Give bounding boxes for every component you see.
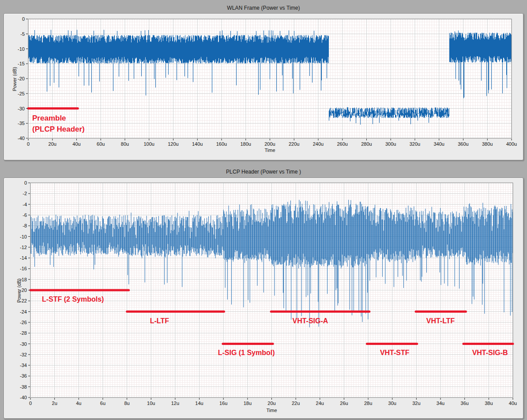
x-tick-label: 26u bbox=[340, 401, 348, 406]
y-tick-label: -16 bbox=[20, 266, 27, 271]
annotation-label: L-SIG (1 Symbol) bbox=[218, 349, 275, 356]
plcp-header-chart-panel: L-STF (2 Symbols)L-LTFL-SIG (1 Symbol)VH… bbox=[4, 178, 523, 419]
x-tick-label: 40u bbox=[72, 141, 80, 147]
y-axis-label: Power (dB) bbox=[12, 67, 17, 91]
x-tick-label: 32u bbox=[412, 401, 420, 406]
x-tick-label: 4u bbox=[76, 401, 81, 406]
x-tick-label: 30u bbox=[388, 401, 396, 406]
x-tick-label: 180u bbox=[241, 141, 251, 147]
x-tick-label: 16u bbox=[219, 401, 227, 406]
x-tick-label: 400u bbox=[506, 141, 517, 147]
x-tick-label: 160u bbox=[216, 141, 227, 147]
y-tick-label: -14 bbox=[20, 255, 27, 261]
y-tick-label: -40 bbox=[18, 136, 25, 141]
x-tick-label: 12u bbox=[171, 401, 179, 406]
y-tick-label: -35 bbox=[18, 121, 25, 126]
y-tick-label: 0 bbox=[22, 16, 25, 22]
plcp-header-plot: L-STF (2 Symbols)L-LTFL-SIG (1 Symbol)VH… bbox=[4, 178, 523, 418]
x-tick-label: 200u bbox=[264, 141, 275, 147]
x-tick-label: 0 bbox=[27, 141, 30, 147]
x-tick-label: 20u bbox=[49, 141, 56, 147]
x-axis-label: Time bbox=[28, 148, 512, 153]
y-tick-label: -15 bbox=[18, 61, 25, 66]
y-tick-label: -30 bbox=[20, 341, 27, 347]
y-tick-label: -8 bbox=[23, 223, 27, 228]
x-tick-label: 380u bbox=[482, 141, 493, 147]
y-tick-label: 0 bbox=[24, 180, 27, 185]
y-tick-label: -40 bbox=[20, 395, 27, 400]
x-tick-label: 10u bbox=[147, 401, 155, 406]
y-tick-label: -10 bbox=[18, 46, 25, 52]
y-tick-label: -28 bbox=[20, 330, 27, 336]
y-tick-label: -10 bbox=[20, 234, 27, 239]
y-tick-label: -5 bbox=[20, 31, 25, 37]
x-tick-label: 0 bbox=[29, 401, 32, 406]
plcp-header-chart-title: PLCP Header (Power vs Time ) bbox=[0, 169, 527, 175]
y-tick-label: -38 bbox=[20, 384, 27, 390]
y-tick-label: -30 bbox=[18, 106, 25, 111]
x-tick-label: 2u bbox=[52, 401, 57, 406]
annotation-label: VHT-LTF bbox=[426, 317, 455, 325]
x-tick-label: 22u bbox=[292, 401, 300, 406]
x-tick-label: 40u bbox=[509, 401, 517, 406]
y-tick-label: -32 bbox=[20, 352, 27, 357]
y-tick-label: -24 bbox=[20, 309, 27, 314]
wlan-frame-chart-panel: Preamble(PLCP Header)020u40u60u80u100u12… bbox=[4, 13, 523, 160]
y-tick-label: -2 bbox=[23, 191, 27, 196]
x-tick-label: 300u bbox=[385, 141, 396, 147]
x-tick-label: 80u bbox=[121, 141, 129, 147]
x-tick-label: 220u bbox=[289, 141, 299, 147]
x-tick-label: 24u bbox=[316, 401, 324, 406]
x-tick-label: 360u bbox=[458, 141, 468, 147]
x-tick-label: 140u bbox=[192, 141, 203, 147]
front-panel: { "window": { "background_color": "#acac… bbox=[0, 0, 527, 420]
x-tick-label: 100u bbox=[144, 141, 154, 147]
y-tick-label: -25 bbox=[18, 91, 25, 96]
x-tick-label: 34u bbox=[437, 401, 444, 406]
x-tick-label: 38u bbox=[485, 401, 493, 406]
annotation-label: VHT-SIG-A bbox=[292, 317, 328, 325]
y-tick-label: -6 bbox=[23, 212, 27, 218]
x-tick-label: 60u bbox=[97, 141, 105, 147]
x-axis-label: Time bbox=[30, 408, 513, 413]
x-tick-label: 6u bbox=[100, 401, 105, 406]
annotation-label: Preamble bbox=[32, 114, 66, 122]
x-tick-label: 8u bbox=[124, 401, 129, 406]
x-tick-label: 20u bbox=[267, 401, 275, 406]
y-tick-label: -12 bbox=[20, 245, 27, 250]
wlan-frame-plot: Preamble(PLCP Header)020u40u60u80u100u12… bbox=[4, 14, 523, 160]
annotation-label: (PLCP Header) bbox=[32, 125, 85, 133]
annotation-label: VHT-SIG-B bbox=[472, 349, 508, 356]
wlan-frame-chart-title: WLAN Frame (Power vs Time) bbox=[0, 5, 527, 11]
x-tick-label: 340u bbox=[434, 141, 444, 147]
x-tick-label: 120u bbox=[168, 141, 178, 147]
x-tick-label: 260u bbox=[337, 141, 348, 147]
x-tick-label: 36u bbox=[461, 401, 469, 406]
annotation-label: L-STF (2 Symbols) bbox=[42, 295, 104, 303]
x-tick-label: 240u bbox=[313, 141, 324, 147]
x-tick-label: 280u bbox=[361, 141, 372, 147]
y-tick-label: -34 bbox=[20, 363, 27, 368]
y-tick-label: -4 bbox=[23, 202, 27, 207]
x-tick-label: 320u bbox=[410, 141, 420, 147]
y-axis-label: Power (dB) bbox=[16, 278, 22, 303]
x-tick-label: 18u bbox=[244, 401, 252, 406]
y-tick-label: -36 bbox=[20, 373, 27, 378]
y-tick-label: -26 bbox=[20, 320, 27, 325]
annotation-label: L-LTF bbox=[150, 317, 169, 325]
x-tick-label: 14u bbox=[195, 401, 203, 406]
y-tick-label: -20 bbox=[18, 76, 25, 81]
x-tick-label: 28u bbox=[364, 401, 372, 406]
annotation-label: VHT-STF bbox=[380, 349, 410, 356]
